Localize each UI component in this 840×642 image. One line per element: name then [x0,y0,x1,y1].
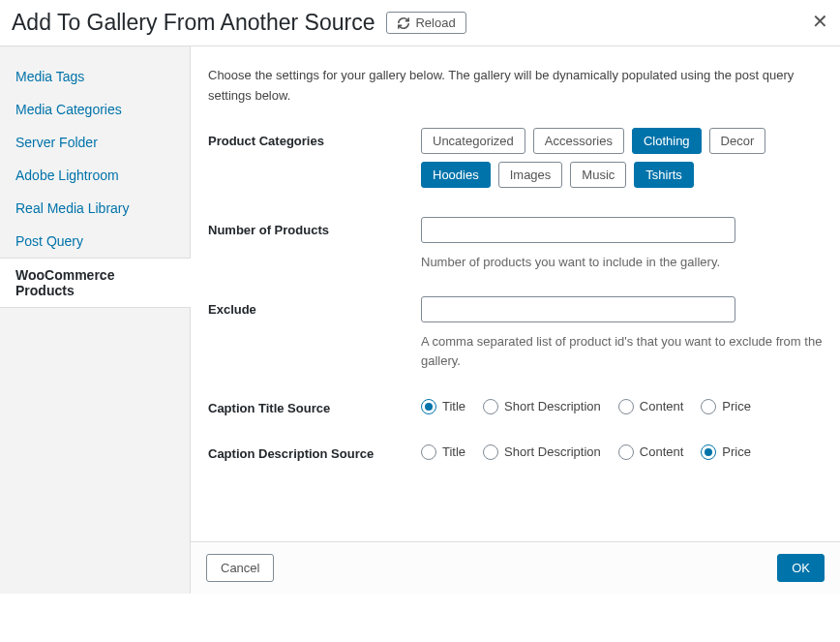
control-exclude: A comma separated list of product id's t… [421,296,823,370]
sidebar-item[interactable]: Real Media Library [0,192,190,225]
category-tag[interactable]: Clothing [632,128,702,154]
radio-icon [483,444,498,460]
category-tag[interactable]: Images [498,162,563,188]
form-area: Choose the settings for your gallery bel… [191,46,840,541]
cancel-button[interactable]: Cancel [206,554,274,582]
radio-label: Price [722,444,751,459]
sidebar-item[interactable]: WooCommerce Products [0,258,191,308]
category-tag[interactable]: Uncategorized [421,128,525,154]
label-caption-title-source: Caption Title Source [208,395,421,415]
exclude-input[interactable] [421,296,735,322]
sidebar-item[interactable]: Server Folder [0,126,190,159]
sidebar-item[interactable]: Media Categories [0,93,190,126]
caption-description-source-group: TitleShort DescriptionContentPrice [421,441,823,461]
label-number-of-products: Number of Products [208,217,421,272]
label-exclude: Exclude [208,296,421,370]
radio-icon [618,399,634,414]
radio-label: Short Description [504,399,601,413]
category-tag[interactable]: Accessories [533,128,624,154]
radio-label: Title [442,399,465,413]
radio-option[interactable]: Title [421,444,465,460]
label-product-categories: Product Categories [208,128,421,188]
radio-icon [421,399,436,414]
radio-option[interactable]: Short Description [483,444,601,460]
modal-header: Add To Gallery From Another Source Reloa… [0,0,840,46]
radio-icon [421,444,436,460]
help-exclude: A comma separated list of product id's t… [421,332,823,370]
radio-label: Content [640,399,684,413]
row-number-of-products: Number of Products Number of products yo… [208,217,823,272]
caption-title-source-group: TitleShort DescriptionContentPrice [421,395,823,415]
category-tag[interactable]: Tshirts [634,162,694,188]
radio-option[interactable]: Content [618,399,684,414]
category-tag[interactable]: Hoodies [421,162,491,188]
radio-icon [701,444,716,460]
sidebar: Media TagsMedia CategoriesServer FolderA… [0,46,191,594]
radio-option[interactable]: Price [701,444,751,460]
main-content: Choose the settings for your gallery bel… [191,46,840,594]
product-categories-group: UncategorizedAccessoriesClothingDecorHoo… [421,128,823,188]
control-number-of-products: Number of products you want to include i… [421,217,823,272]
reload-label: Reload [415,15,455,30]
radio-label: Content [640,444,684,459]
number-of-products-input[interactable] [421,217,735,243]
reload-icon [397,16,410,30]
ok-button[interactable]: OK [777,554,825,582]
reload-button[interactable]: Reload [386,12,465,34]
row-caption-description-source: Caption Description Source TitleShort De… [208,441,823,461]
sidebar-item[interactable]: Post Query [0,225,190,258]
radio-option[interactable]: Content [618,444,684,460]
category-tag[interactable]: Music [570,162,626,188]
radio-label: Short Description [504,444,601,459]
modal-title: Add To Gallery From Another Source [12,10,375,36]
row-exclude: Exclude A comma separated list of produc… [208,296,823,370]
radio-icon [618,444,634,460]
category-tag[interactable]: Decor [709,128,766,154]
radio-option[interactable]: Price [701,399,751,414]
sidebar-item[interactable]: Media Tags [0,60,190,93]
help-number-of-products: Number of products you want to include i… [421,253,823,272]
row-product-categories: Product Categories UncategorizedAccessor… [208,128,823,188]
sidebar-item[interactable]: Adobe Lightroom [0,159,190,192]
footer: Cancel OK [191,541,840,594]
radio-option[interactable]: Short Description [483,399,601,414]
modal-body: Media TagsMedia CategoriesServer FolderA… [0,46,840,594]
radio-icon [483,399,498,414]
radio-icon [701,399,716,414]
label-caption-description-source: Caption Description Source [208,441,421,461]
intro-text: Choose the settings for your gallery bel… [208,66,823,107]
radio-label: Title [442,444,465,459]
row-caption-title-source: Caption Title Source TitleShort Descript… [208,395,823,415]
close-button[interactable]: ✕ [812,12,828,31]
close-icon: ✕ [812,11,828,32]
radio-option[interactable]: Title [421,399,465,414]
radio-label: Price [722,399,751,413]
